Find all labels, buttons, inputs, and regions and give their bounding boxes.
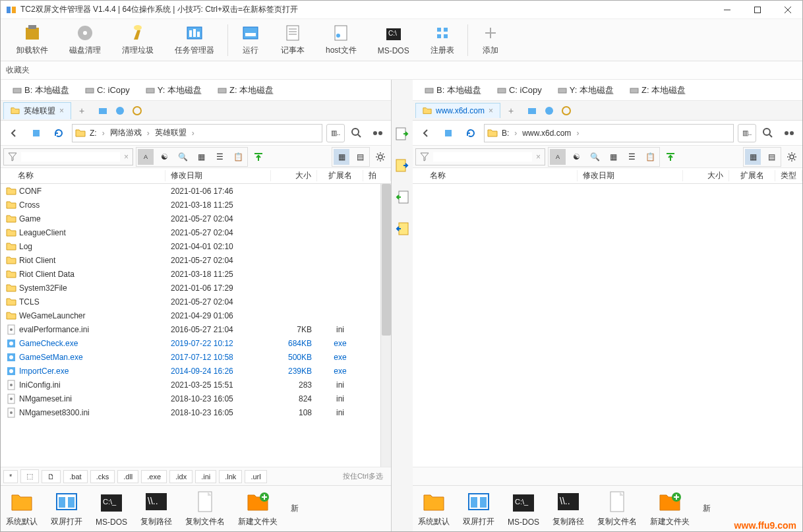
file-header-left[interactable]: 名称 修改日期 大小 扩展名 拍: [1, 168, 391, 184]
copy-right-icon[interactable]: [394, 126, 410, 142]
file-list-left[interactable]: CONF2021-01-06 17:46Cross2021-03-18 11:2…: [1, 184, 380, 467]
view-tool-icon[interactable]: A: [550, 149, 566, 165]
layout-icon[interactable]: ▦: [334, 149, 349, 165]
file-row[interactable]: GameCheck.exe2019-07-22 10:12684KBexe: [1, 336, 380, 350]
tab-tool-icon[interactable]: [98, 105, 108, 116]
drive-item[interactable]: Z: 本地磁盘: [211, 83, 280, 98]
col-attr[interactable]: 类型: [775, 170, 802, 181]
breadcrumb-segment[interactable]: B:: [499, 129, 512, 138]
breadcrumb-right[interactable]: B:›www.x6d.com›: [484, 124, 734, 142]
bottom-more[interactable]: 新: [291, 503, 299, 514]
view-button[interactable]: ▥..: [738, 124, 756, 142]
bottom-copyname[interactable]: 复制文件名: [597, 490, 637, 527]
bottom-dos[interactable]: C:\_MS-DOS: [508, 491, 539, 527]
back-button[interactable]: [417, 124, 435, 142]
drive-item[interactable]: Y: 本地磁盘: [551, 83, 620, 98]
tab-tool-icon[interactable]: [115, 105, 125, 116]
drive-item[interactable]: B: 本地磁盘: [418, 83, 488, 98]
drive-item[interactable]: Z: 本地磁盘: [623, 83, 692, 98]
ext-filter[interactable]: .cks: [90, 470, 115, 483]
breadcrumb-segment[interactable]: 网络游戏: [107, 127, 144, 138]
toolbar-regedit[interactable]: 注册表: [420, 21, 465, 59]
tab-tool-icon[interactable]: [527, 105, 537, 116]
breadcrumb-segment[interactable]: www.x6d.com: [520, 129, 574, 138]
export-icon[interactable]: [251, 149, 266, 165]
favorites-bar[interactable]: 收藏夹: [1, 61, 802, 80]
file-row[interactable]: WeGameLauncher2021-04-29 01:06: [1, 309, 380, 322]
search-button[interactable]: [759, 124, 777, 142]
bottom-folder[interactable]: 系统默认: [6, 490, 38, 527]
ext-filter[interactable]: .url: [245, 470, 266, 483]
close-button[interactable]: [779, 3, 797, 16]
view-tool-icon[interactable]: ▦: [193, 149, 209, 165]
view-tool-icon[interactable]: 📋: [230, 149, 246, 165]
binoculars-icon[interactable]: [780, 124, 798, 142]
layout-icon[interactable]: ▤: [763, 149, 779, 165]
copy-left-icon[interactable]: [394, 189, 410, 205]
drive-item[interactable]: Y: 本地磁盘: [139, 83, 208, 98]
toolbar-host[interactable]: host文件: [315, 21, 367, 59]
bottom-more[interactable]: 新: [703, 503, 711, 514]
drive-item[interactable]: C: iCopy: [491, 84, 549, 96]
bottom-folder[interactable]: 系统默认: [418, 490, 450, 527]
scrollbar-left[interactable]: [380, 184, 391, 467]
toolbar-notepad[interactable]: 记事本: [270, 21, 315, 59]
binoculars-icon[interactable]: [369, 124, 387, 142]
search-button[interactable]: [347, 124, 366, 142]
col-name[interactable]: 名称: [425, 170, 578, 181]
clear-icon[interactable]: ×: [536, 152, 541, 162]
back-button[interactable]: [5, 124, 23, 142]
toolbar-uninstall[interactable]: 卸载软件: [6, 21, 59, 59]
view-tool-icon[interactable]: A: [138, 149, 154, 165]
toolbar-run[interactable]: 运行: [231, 21, 270, 59]
bottom-dual[interactable]: 双屏打开: [463, 490, 494, 527]
view-tool-icon[interactable]: ☯: [568, 149, 584, 165]
drive-item[interactable]: B: 本地磁盘: [6, 83, 76, 98]
refresh-button[interactable]: [461, 124, 480, 142]
ext-filter[interactable]: *: [3, 470, 18, 483]
view-tool-icon[interactable]: 📋: [642, 149, 658, 165]
col-date[interactable]: 修改日期: [165, 170, 271, 181]
file-list-right[interactable]: [413, 184, 802, 467]
ext-filter[interactable]: .exe: [141, 470, 167, 483]
ext-filter[interactable]: .bat: [63, 470, 87, 483]
filter-input[interactable]: ×: [3, 148, 133, 165]
export-icon[interactable]: [663, 149, 678, 165]
breadcrumb-segment[interactable]: Z:: [87, 129, 100, 138]
home-button[interactable]: [439, 124, 458, 142]
ext-filter[interactable]: 🗋: [42, 470, 61, 483]
bottom-newfolder[interactable]: 新建文件夹: [650, 490, 690, 527]
file-row[interactable]: LeagueClient2021-05-27 02:04: [1, 225, 380, 239]
view-tool-icon[interactable]: 🔍: [587, 149, 603, 165]
file-row[interactable]: Log2021-04-01 02:10: [1, 239, 380, 253]
minimize-button[interactable]: [718, 3, 736, 16]
col-name[interactable]: 名称: [13, 170, 165, 181]
file-row[interactable]: NMgameset8300.ini2018-10-23 16:05108ini: [1, 405, 380, 419]
tab-active-left[interactable]: 英雄联盟 ×: [3, 102, 71, 119]
file-row[interactable]: Game2021-05-27 02:04: [1, 212, 380, 225]
refresh-button[interactable]: [49, 124, 68, 142]
file-row[interactable]: TCLS2021-05-27 02:04: [1, 295, 380, 309]
tab-active-right[interactable]: www.x6d.com ×: [415, 103, 500, 118]
view-tool-icon[interactable]: ▦: [605, 149, 621, 165]
new-tab-button[interactable]: +: [503, 104, 519, 117]
tab-tool-icon[interactable]: [544, 105, 554, 116]
tab-close-icon[interactable]: ×: [489, 106, 493, 115]
col-attr[interactable]: 拍: [363, 170, 391, 181]
toolbar-taskmgr[interactable]: 任务管理器: [164, 21, 225, 59]
tab-tool-icon[interactable]: [561, 105, 572, 116]
move-right-icon[interactable]: [394, 158, 410, 173]
col-ext[interactable]: 扩展名: [729, 170, 775, 181]
col-size[interactable]: 大小: [683, 170, 729, 181]
tab-close-icon[interactable]: ×: [59, 106, 64, 115]
toolbar-plus[interactable]: 添加: [471, 21, 510, 59]
new-tab-button[interactable]: +: [74, 104, 90, 117]
file-row[interactable]: IniConfig.ini2021-03-25 15:51283ini: [1, 378, 380, 392]
maximize-button[interactable]: [748, 3, 767, 16]
ext-filter[interactable]: .lnk: [219, 470, 242, 483]
ext-filter[interactable]: ⬚: [20, 469, 39, 483]
view-tool-icon[interactable]: ☯: [156, 149, 172, 165]
file-row[interactable]: Riot Client2021-05-27 02:04: [1, 253, 380, 267]
settings-icon[interactable]: [784, 149, 800, 165]
view-tool-icon[interactable]: 🔍: [175, 149, 191, 165]
